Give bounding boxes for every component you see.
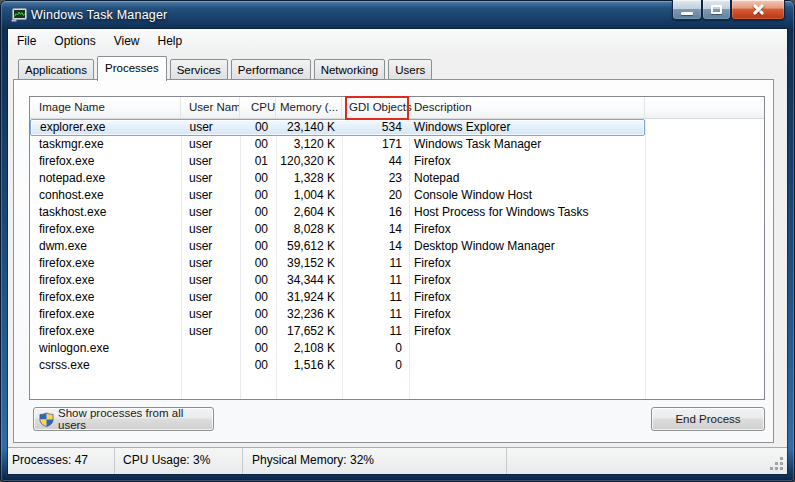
cell-cpu: 01 bbox=[240, 153, 276, 170]
cell-image-name: firefox.exe bbox=[30, 306, 181, 323]
maximize-button[interactable] bbox=[702, 0, 731, 20]
cell-image-name: notepad.exe bbox=[30, 170, 181, 187]
show-all-users-button[interactable]: Show processes from all users bbox=[33, 407, 214, 431]
cell-cpu: 00 bbox=[240, 272, 276, 289]
column-header-memory[interactable]: Memory (... bbox=[276, 97, 342, 118]
cell-user-name bbox=[181, 357, 240, 374]
tab-services[interactable]: Services bbox=[170, 59, 228, 80]
process-row[interactable]: firefox.exeuser0039,152 K11Firefox bbox=[30, 255, 645, 272]
process-list[interactable]: Image Name User Name CPU Memory (... GDI… bbox=[29, 96, 765, 400]
column-header-filler bbox=[645, 97, 764, 118]
cell-user-name bbox=[181, 340, 240, 357]
process-row[interactable]: csrss.exe001,516 K0 bbox=[30, 357, 645, 374]
resize-grip[interactable] bbox=[780, 467, 783, 470]
cell-gdi-objects: 534 bbox=[342, 120, 409, 135]
process-row[interactable]: taskmgr.exeuser003,120 K171Windows Task … bbox=[30, 136, 645, 153]
process-row[interactable]: winlogon.exe002,108 K0 bbox=[30, 340, 645, 357]
column-header-description[interactable]: Description bbox=[409, 97, 645, 118]
tab-performance[interactable]: Performance bbox=[231, 59, 311, 80]
process-row[interactable]: firefox.exeuser0031,924 K11Firefox bbox=[30, 289, 645, 306]
cell-image-name: csrss.exe bbox=[30, 357, 181, 374]
end-process-label: End Process bbox=[675, 413, 740, 425]
uac-shield-icon bbox=[39, 412, 54, 427]
cell-cpu: 00 bbox=[240, 170, 276, 187]
end-process-button[interactable]: End Process bbox=[651, 407, 765, 431]
cell-user-name: user bbox=[181, 255, 240, 272]
process-row[interactable]: conhost.exeuser001,004 K20Console Window… bbox=[30, 187, 645, 204]
cell-cpu: 00 bbox=[240, 340, 276, 357]
close-button[interactable] bbox=[731, 0, 785, 20]
cell-image-name: conhost.exe bbox=[30, 187, 181, 204]
cell-description: Firefox bbox=[409, 306, 645, 323]
menu-options[interactable]: Options bbox=[48, 29, 101, 53]
cell-image-name: taskmgr.exe bbox=[30, 136, 181, 153]
maximize-icon bbox=[711, 5, 722, 14]
process-row[interactable]: firefox.exeuser008,028 K14Firefox bbox=[30, 221, 645, 238]
cell-memory: 59,612 K bbox=[276, 238, 342, 255]
cell-user-name: user bbox=[181, 187, 240, 204]
status-physical-memory: Physical Memory: 32% bbox=[243, 448, 507, 474]
cell-cpu: 00 bbox=[240, 204, 276, 221]
status-cpu-usage: CPU Usage: 3% bbox=[115, 448, 243, 474]
tab-processes[interactable]: Processes bbox=[97, 56, 167, 81]
cell-user-name: user bbox=[181, 306, 240, 323]
client-area: File Options View Help Applications Proc… bbox=[8, 29, 787, 474]
cell-user-name: user bbox=[181, 289, 240, 306]
status-filler bbox=[507, 448, 787, 474]
process-row[interactable]: taskhost.exeuser002,604 K16Host Process … bbox=[30, 204, 645, 221]
cell-description: Firefox bbox=[409, 153, 645, 170]
cell-description: Firefox bbox=[409, 323, 645, 340]
cell-description: Firefox bbox=[409, 289, 645, 306]
process-row[interactable]: firefox.exeuser01120,320 K44Firefox bbox=[30, 153, 645, 170]
cell-description: Firefox bbox=[409, 272, 645, 289]
cell-image-name: firefox.exe bbox=[30, 153, 181, 170]
cell-description: Host Process for Windows Tasks bbox=[409, 204, 645, 221]
process-row[interactable]: dwm.exeuser0059,612 K14Desktop Window Ma… bbox=[30, 238, 645, 255]
cell-description: Firefox bbox=[409, 255, 645, 272]
cell-gdi-objects: 11 bbox=[342, 323, 409, 340]
cell-user-name: user bbox=[181, 323, 240, 340]
show-all-users-label: Show processes from all users bbox=[58, 407, 213, 431]
cell-user-name: user bbox=[181, 136, 240, 153]
process-row[interactable]: explorer.exeuser0023,140 K534Windows Exp… bbox=[30, 119, 645, 136]
cell-memory: 31,924 K bbox=[276, 289, 342, 306]
cell-description bbox=[409, 357, 645, 374]
tab-networking[interactable]: Networking bbox=[314, 59, 386, 80]
cell-description bbox=[409, 340, 645, 357]
cell-gdi-objects: 0 bbox=[342, 340, 409, 357]
cell-memory: 23,140 K bbox=[276, 120, 342, 135]
process-row[interactable]: firefox.exeuser0034,344 K11Firefox bbox=[30, 272, 645, 289]
cell-image-name: firefox.exe bbox=[30, 289, 181, 306]
caption-buttons bbox=[672, 0, 785, 20]
menu-file[interactable]: File bbox=[11, 29, 42, 53]
process-row[interactable]: firefox.exeuser0032,236 K11Firefox bbox=[30, 306, 645, 323]
minimize-icon bbox=[681, 12, 693, 15]
cell-memory: 120,320 K bbox=[276, 153, 342, 170]
tab-users[interactable]: Users bbox=[388, 59, 432, 80]
status-bar: Processes: 47 CPU Usage: 3% Physical Mem… bbox=[8, 447, 787, 474]
column-header-gdi-objects[interactable]: GDI Objects bbox=[342, 97, 409, 118]
column-header-image-name[interactable]: Image Name bbox=[30, 97, 181, 118]
minimize-button[interactable] bbox=[672, 0, 702, 20]
column-header-cpu[interactable]: CPU bbox=[240, 97, 276, 118]
cell-image-name: dwm.exe bbox=[30, 238, 181, 255]
cell-image-name: firefox.exe bbox=[30, 221, 181, 238]
process-row[interactable]: notepad.exeuser001,328 K23Notepad bbox=[30, 170, 645, 187]
cell-gdi-objects: 11 bbox=[342, 255, 409, 272]
menu-view[interactable]: View bbox=[108, 29, 146, 53]
column-header-user-name[interactable]: User Name bbox=[181, 97, 240, 118]
cell-user-name: user bbox=[181, 221, 240, 238]
cell-memory: 1,328 K bbox=[276, 170, 342, 187]
cell-memory: 2,604 K bbox=[276, 204, 342, 221]
cell-cpu: 00 bbox=[240, 255, 276, 272]
cell-cpu: 00 bbox=[240, 289, 276, 306]
process-row[interactable]: firefox.exeuser0017,652 K11Firefox bbox=[30, 323, 645, 340]
cell-image-name: firefox.exe bbox=[30, 272, 181, 289]
cell-user-name: user bbox=[181, 272, 240, 289]
tab-applications[interactable]: Applications bbox=[18, 59, 94, 80]
task-manager-window: Windows Task Manager File Options View H… bbox=[0, 0, 795, 482]
menu-help[interactable]: Help bbox=[152, 29, 189, 53]
cell-gdi-objects: 23 bbox=[342, 170, 409, 187]
cell-gdi-objects: 11 bbox=[342, 289, 409, 306]
cell-gdi-objects: 20 bbox=[342, 187, 409, 204]
